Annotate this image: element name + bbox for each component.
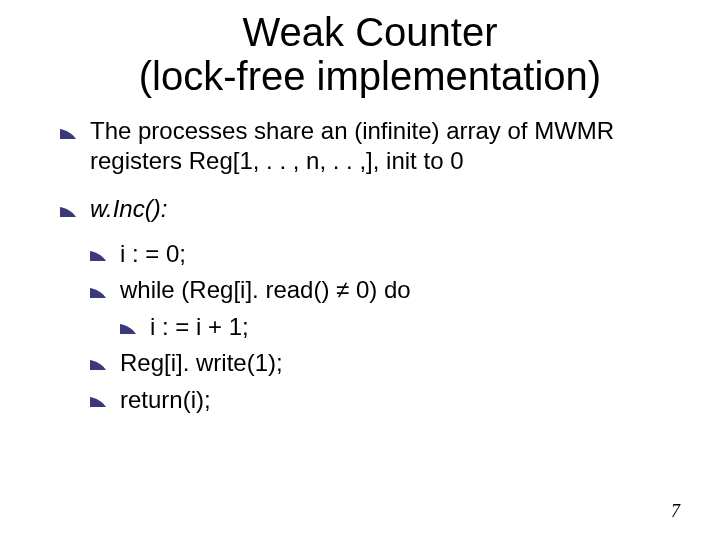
- code-line-4: Reg[i]. write(1);: [90, 347, 680, 379]
- slide: Weak Counter (lock-free implementation) …: [0, 0, 720, 540]
- code-line-3: i : = i + 1;: [120, 311, 680, 343]
- bullet-icon: [90, 251, 106, 261]
- bullet-icon: [120, 324, 136, 334]
- code-list: i : = 0; while (Reg[i]. read() ≠ 0) do: [90, 238, 680, 307]
- code-text: while (Reg[i]. read() ≠ 0) do: [120, 276, 411, 303]
- code-text: return(i);: [120, 386, 211, 413]
- code-list-cont: Reg[i]. write(1); return(i);: [90, 347, 680, 416]
- bullet-icon: [90, 288, 106, 298]
- slide-title: Weak Counter (lock-free implementation): [60, 10, 680, 98]
- body-item-intro: The processes share an (infinite) array …: [60, 116, 680, 176]
- code-text: i : = 0;: [120, 240, 186, 267]
- code-text: Reg[i]. write(1);: [120, 349, 283, 376]
- title-line-2: (lock-free implementation): [139, 54, 601, 98]
- bullet-icon: [90, 360, 106, 370]
- code-line-5: return(i);: [90, 384, 680, 416]
- code-line-1: i : = 0;: [90, 238, 680, 270]
- page-number: 7: [671, 501, 680, 522]
- func-text: w.Inc():: [90, 195, 167, 222]
- code-line-2: while (Reg[i]. read() ≠ 0) do: [90, 274, 680, 306]
- intro-text: The processes share an (infinite) array …: [90, 117, 614, 174]
- bullet-icon: [60, 207, 76, 217]
- code-list-nested: i : = i + 1;: [90, 311, 680, 343]
- title-line-1: Weak Counter: [243, 10, 498, 54]
- bullet-icon: [60, 129, 76, 139]
- body-item-func: w.Inc(): i : = 0; while (Reg[i]. read() …: [60, 194, 680, 416]
- bullet-icon: [90, 397, 106, 407]
- body-list: The processes share an (infinite) array …: [60, 116, 680, 416]
- code-text: i : = i + 1;: [150, 313, 249, 340]
